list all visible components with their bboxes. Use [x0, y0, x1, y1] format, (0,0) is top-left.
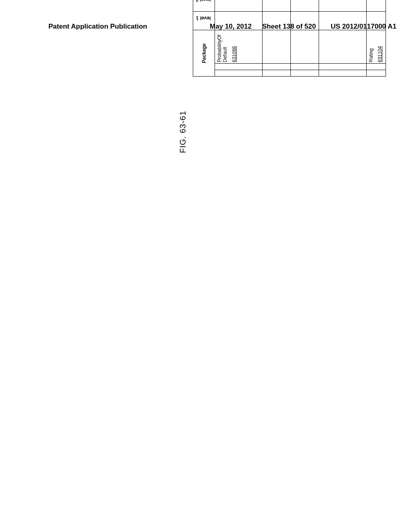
schema-table: Package level 1 level 2 level 3 level 4 …	[193, 0, 386, 77]
table-row: TermDuration 631096 Duration 631098	[291, 0, 319, 77]
table-wrapper: Package level 1 level 2 level 3 level 4 …	[193, 0, 386, 77]
table-header-row: Package level 1 level 2 level 3 level 4 …	[193, 0, 215, 77]
figure-label: FIG. 63-61	[178, 110, 188, 153]
col-level2: level 2	[193, 0, 215, 12]
cell-package: Rating 631104	[367, 30, 386, 64]
cell-package: ProbabilityOfDefault 631088	[215, 30, 263, 64]
header-left-text: Patent Application Publication	[48, 23, 147, 31]
table-row: ValidityDatePeriod 631092 CLOSED_DatePer…	[263, 0, 291, 77]
table-row: ProbabilityOfDefaultDecimalValue 631100 …	[319, 0, 367, 77]
col-level1: level 1	[193, 12, 215, 30]
col-package: Package	[193, 30, 215, 77]
table-row: Rating 631104 Rating 631106	[367, 0, 386, 77]
table-row: ProbabilityOfDefault 631088 ProbabilityO…	[215, 0, 263, 77]
